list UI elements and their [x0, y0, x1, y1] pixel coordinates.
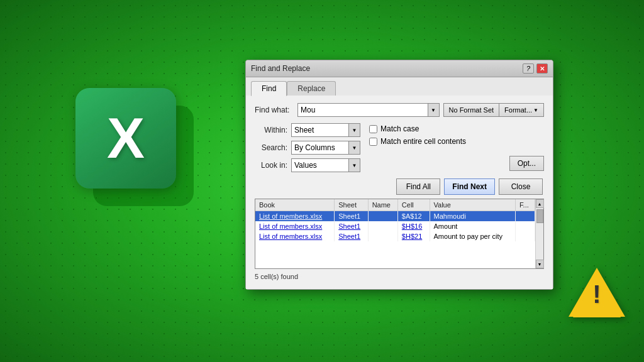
excel-icon: X [75, 88, 176, 189]
lookin-label: Look in: [255, 161, 287, 170]
titlebar-controls: ? ✕ [523, 63, 548, 74]
result-book-link[interactable]: List of members.xlsx [259, 233, 322, 240]
excel-logo-area: X [57, 63, 220, 239]
table-row[interactable]: List of members.xlsxSheet1$A$12Mahmoudi [255, 211, 535, 222]
options-grid: Within: Sheet Workbook ▼ Search: By C [255, 123, 544, 172]
table-row[interactable]: List of members.xlsxSheet1$H$16Amount [255, 221, 535, 231]
search-select[interactable]: By Columns By Rows [292, 141, 348, 154]
tab-find[interactable]: Find [251, 81, 287, 96]
format-status-button[interactable]: No Format Set [443, 103, 500, 117]
find-next-button[interactable]: Find Next [444, 178, 495, 195]
search-select-wrapper: By Columns By Rows ▼ [291, 141, 360, 155]
col-name: Name [368, 199, 397, 211]
within-label: Within: [255, 126, 287, 134]
dialog-content: Find what: ▼ No Format Set Format... ▼ W… [246, 96, 553, 289]
match-case-row[interactable]: Match case [369, 124, 544, 133]
results-footer: 5 cell(s) found [255, 272, 544, 282]
lookin-arrow: ▼ [348, 159, 360, 172]
match-case-label: Match case [380, 124, 419, 133]
within-row: Within: Sheet Workbook ▼ [255, 123, 360, 137]
excel-letter: X [107, 110, 145, 167]
find-input[interactable] [298, 104, 428, 116]
options-button[interactable]: Opt... [509, 156, 544, 171]
match-case-checkbox[interactable] [369, 125, 377, 133]
result-book-link[interactable]: List of members.xlsx [259, 212, 322, 220]
dialog-titlebar: Find and Replace ? ✕ [246, 60, 553, 77]
format-btn-group: No Format Set Format... ▼ [443, 103, 544, 117]
results-area: Book Sheet Name Cell Value F... List of … [255, 199, 544, 269]
options-left: Within: Sheet Workbook ▼ Search: By C [255, 123, 360, 172]
lookin-select-wrapper: Values Formulas Comments ▼ [291, 158, 360, 172]
scroll-thumb[interactable] [536, 209, 543, 223]
tab-replace[interactable]: Replace [287, 81, 336, 96]
col-book: Book [255, 199, 335, 211]
close-button[interactable]: Close [499, 178, 543, 195]
dialog-title: Find and Replace [251, 64, 310, 73]
excel-logo-bg: X [75, 88, 201, 214]
find-dropdown-arrow[interactable]: ▼ [428, 104, 439, 116]
format-button[interactable]: Format... ▼ [499, 103, 544, 117]
result-sheet-link[interactable]: Sheet1 [338, 233, 360, 240]
col-f: F... [516, 199, 535, 211]
match-entire-checkbox[interactable] [369, 138, 377, 146]
result-book-link[interactable]: List of members.xlsx [259, 222, 322, 230]
lookin-row: Look in: Values Formulas Comments ▼ [255, 158, 360, 172]
match-entire-label: Match entire cell contents [380, 137, 466, 146]
table-row[interactable]: List of members.xlsxSheet1$H$21Amount to… [255, 231, 535, 241]
within-arrow: ▼ [348, 124, 360, 136]
results-scroll-area[interactable]: Book Sheet Name Cell Value F... List of … [255, 199, 535, 268]
options-right: Match case Match entire cell contents [369, 123, 544, 146]
match-entire-row[interactable]: Match entire cell contents [369, 137, 544, 146]
find-input-wrapper: ▼ [297, 103, 440, 117]
scrollbar[interactable]: ▲ ▼ [535, 199, 543, 268]
col-sheet: Sheet [335, 199, 368, 211]
search-arrow: ▼ [348, 141, 360, 154]
results-table: Book Sheet Name Cell Value F... List of … [255, 199, 535, 241]
scroll-up-btn[interactable]: ▲ [536, 199, 544, 208]
find-replace-dialog: Find and Replace ? ✕ Find Replace Find w… [245, 60, 553, 290]
format-btn-label: Format... [504, 106, 532, 114]
col-value: Value [430, 199, 516, 211]
search-row: Search: By Columns By Rows ▼ [255, 141, 360, 155]
dialog-tabs: Find Replace [246, 77, 553, 96]
window-close-button[interactable]: ✕ [536, 63, 548, 74]
find-label: Find what: [255, 106, 294, 114]
search-label: Search: [255, 143, 287, 152]
format-dropdown-arrow: ▼ [533, 107, 538, 113]
result-sheet-link[interactable]: Sheet1 [338, 222, 360, 230]
within-select-wrapper: Sheet Workbook ▼ [291, 123, 360, 137]
action-buttons-row: Find All Find Next Close [255, 178, 544, 195]
scroll-down-btn[interactable]: ▼ [536, 260, 544, 268]
find-all-button[interactable]: Find All [396, 178, 440, 195]
warning-triangle: ! [569, 268, 625, 318]
table-header-row: Book Sheet Name Cell Value F... [255, 199, 535, 211]
find-what-row: Find what: ▼ No Format Set Format... ▼ [255, 103, 544, 117]
help-button[interactable]: ? [523, 63, 534, 74]
exclamation-icon: ! [592, 282, 601, 307]
lookin-select[interactable]: Values Formulas Comments [292, 159, 348, 172]
col-cell: Cell [397, 199, 430, 211]
within-select[interactable]: Sheet Workbook [292, 124, 348, 136]
options-extra: Opt... [369, 156, 544, 171]
